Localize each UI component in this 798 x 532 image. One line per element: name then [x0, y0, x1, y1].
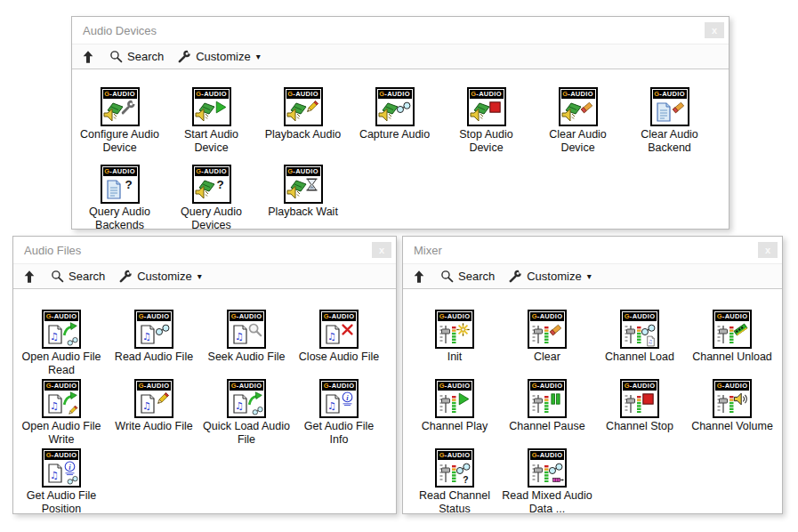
up-button[interactable]: [81, 50, 95, 64]
question-icon: [213, 177, 228, 192]
palette-items-grid: G-AUDIOInitG-AUDIOClearG-AUDIOChannel Lo…: [403, 289, 782, 518]
g-audio-banner: G-AUDIO: [286, 90, 320, 99]
g-audio-banner: G-AUDIO: [103, 90, 137, 99]
palette-item-channel-play[interactable]: G-AUDIOChannel Play: [408, 379, 501, 448]
palette-item-get-audio-file-position[interactable]: G-AUDIOGet Audio File Position: [15, 448, 108, 518]
search-button[interactable]: Search: [109, 50, 164, 63]
palette-item-open-audio-file-write[interactable]: G-AUDIOOpen Audio File Write: [15, 379, 108, 448]
palette-item-query-audio-devices[interactable]: G-AUDIOQuery Audio Devices: [165, 165, 257, 242]
close-button[interactable]: x: [372, 242, 391, 258]
g-audio-banner: G-AUDIO: [137, 312, 171, 321]
g-audio-banner: G-AUDIO: [322, 312, 356, 321]
palette-item-get-audio-file-info[interactable]: G-AUDIOGet Audio File Info: [293, 379, 385, 448]
g-audio-banner: G-AUDIO: [623, 382, 657, 391]
titlebar[interactable]: Audio Devices x: [72, 17, 729, 44]
customize-button[interactable]: Customize▾: [509, 270, 591, 283]
glasses-icon: [155, 322, 170, 337]
palette-item-label: Query Audio Backends: [75, 206, 165, 232]
customize-label: Customize: [137, 270, 191, 283]
g-audio-banner: G-AUDIO: [286, 167, 320, 176]
search-button[interactable]: Search: [440, 270, 495, 283]
g-audio-banner: G-AUDIO: [103, 167, 137, 176]
palette-item-query-audio-backends[interactable]: G-AUDIOQuery Audio Backends: [74, 165, 165, 242]
g-audio-banner: G-AUDIO: [195, 167, 229, 176]
search-button[interactable]: Search: [51, 270, 105, 283]
search-icon: [51, 270, 64, 283]
vi-icon: G-AUDIO: [528, 448, 567, 488]
titlebar[interactable]: Mixer x: [403, 237, 782, 264]
g-audio-banner: G-AUDIO: [561, 90, 595, 99]
palette-item-label: Channel Play: [422, 420, 488, 433]
palette-item-label: Read Mixed Audio Data ...: [502, 489, 592, 516]
palette-item-label: Read Audio File: [115, 351, 193, 364]
palette-item-stop-audio-device[interactable]: G-AUDIOStop Audio Device: [440, 87, 532, 165]
palette-item-label: Channel Volume: [691, 420, 773, 433]
sparkle-icon: [455, 322, 471, 337]
caret-down-icon: ▾: [197, 271, 202, 281]
question-icon: [121, 177, 136, 192]
g-audio-banner: G-AUDIO: [530, 451, 564, 460]
eraser-icon: [579, 100, 594, 115]
palette-item-open-audio-file-read[interactable]: G-AUDIOOpen Audio File Read: [15, 310, 108, 379]
customize-button[interactable]: Customize▾: [119, 270, 201, 283]
palette-item-label: Capture Audio: [359, 128, 430, 141]
up-button[interactable]: [22, 270, 36, 284]
palette-item-playback-wait[interactable]: G-AUDIOPlayback Wait: [257, 165, 349, 242]
vi-icon: G-AUDIO: [620, 379, 659, 418]
search-icon: [440, 270, 454, 283]
audio-files-window: Audio Files x Search Customize▾ G-AUDIOO…: [12, 236, 397, 514]
palette-item-label: Playback Wait: [268, 206, 338, 219]
palette-item-channel-load[interactable]: G-AUDIOChannel Load: [593, 310, 686, 379]
palette-item-playback-audio[interactable]: G-AUDIOPlayback Audio: [257, 87, 349, 165]
pause-icon: [548, 391, 563, 407]
vi-icon: G-AUDIO: [713, 310, 752, 349]
titlebar[interactable]: Audio Files x: [13, 237, 396, 264]
palette-item-init[interactable]: G-AUDIOInit: [408, 310, 501, 379]
glasses-icon: [252, 405, 263, 416]
palette-item-read-audio-file[interactable]: G-AUDIORead Audio File: [108, 310, 200, 379]
g-audio-banner: G-AUDIO: [438, 382, 472, 391]
palette-toolbar: Search Customize▾: [403, 264, 782, 289]
palette-item-clear-audio-device[interactable]: G-AUDIOClear Audio Device: [532, 87, 624, 165]
customize-label: Customize: [196, 50, 250, 63]
palette-item-configure-audio-device[interactable]: G-AUDIOConfigure Audio Device: [74, 87, 165, 165]
ram-icon: [733, 322, 748, 337]
g-audio-banner: G-AUDIO: [230, 382, 263, 391]
palette-item-label: Clear Audio Device: [533, 128, 624, 155]
palette-item-close-audio-file[interactable]: G-AUDIOClose Audio File: [293, 310, 385, 379]
palette-item-start-audio-device[interactable]: G-AUDIOStart Audio Device: [165, 87, 257, 165]
up-button[interactable]: [412, 270, 426, 284]
close-button[interactable]: x: [705, 22, 724, 38]
vi-icon: G-AUDIO: [319, 379, 359, 418]
mixer-window: Mixer x Search Customize▾ G-AUDIOInitG-A…: [402, 236, 783, 514]
palette-item-clear-audio-backend[interactable]: G-AUDIOClear Audio Backend: [624, 87, 715, 165]
palette-item-read-channel-status[interactable]: G-AUDIORead Channel Status: [408, 448, 501, 518]
customize-label: Customize: [527, 270, 581, 283]
palette-item-capture-audio[interactable]: G-AUDIOCapture Audio: [349, 87, 440, 165]
palette-item-channel-pause[interactable]: G-AUDIOChannel Pause: [501, 379, 593, 448]
wrench-icon: [509, 270, 522, 283]
palette-item-quick-load-audio-file[interactable]: G-AUDIOQuick Load Audio File: [200, 379, 293, 448]
audio-devices-window: Audio Devices x Search Customize▾ G-AUDI…: [71, 16, 729, 230]
g-audio-banner: G-AUDIO: [715, 382, 749, 391]
customize-button[interactable]: Customize▾: [178, 50, 260, 63]
palette-item-seek-audio-file[interactable]: G-AUDIOSeek Audio File: [200, 310, 293, 379]
search-label: Search: [69, 270, 105, 283]
close-button[interactable]: x: [758, 242, 778, 258]
pencil-icon: [67, 405, 78, 416]
g-audio-banner: G-AUDIO: [44, 382, 78, 391]
up-arrow-icon: [412, 270, 426, 284]
palette-item-channel-volume[interactable]: G-AUDIOChannel Volume: [686, 379, 778, 448]
palette-toolbar: Search Customize▾: [13, 264, 396, 289]
vi-icon: G-AUDIO: [101, 165, 140, 204]
up-arrow-icon: [22, 270, 36, 284]
palette-item-read-mixed-audio-data[interactable]: G-AUDIORead Mixed Audio Data ...: [501, 448, 593, 518]
palette-item-channel-unload[interactable]: G-AUDIOChannel Unload: [686, 310, 778, 379]
pencil-icon: [304, 100, 319, 115]
palette-item-write-audio-file[interactable]: G-AUDIOWrite Audio File: [108, 379, 200, 448]
palette-item-clear[interactable]: G-AUDIOClear: [501, 310, 593, 379]
palette-item-channel-stop[interactable]: G-AUDIOChannel Stop: [593, 379, 686, 448]
window-title: Mixer: [414, 244, 758, 257]
g-audio-banner: G-AUDIO: [623, 312, 657, 321]
caret-down-icon: ▾: [256, 52, 261, 61]
